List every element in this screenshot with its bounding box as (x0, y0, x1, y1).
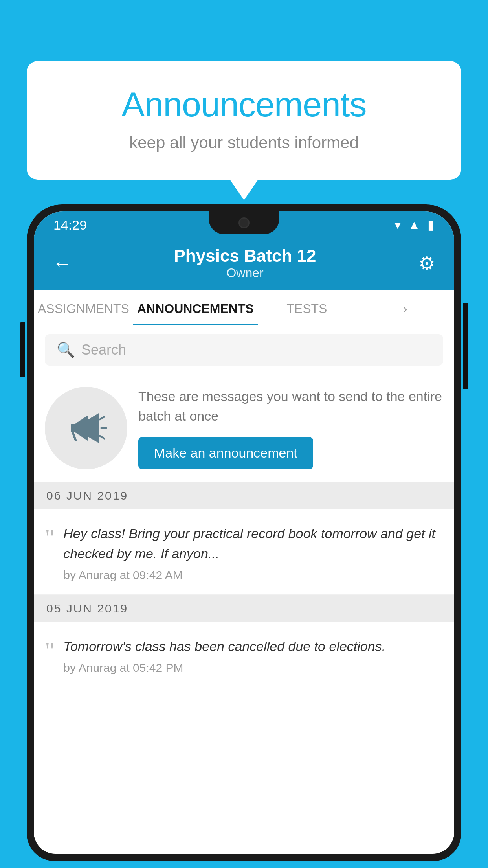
wifi-icon: ▾ (394, 217, 401, 232)
svg-marker-0 (75, 415, 88, 441)
announcement-text-1: Hey class! Bring your practical record b… (63, 524, 443, 564)
back-button[interactable]: ← (53, 252, 72, 274)
phone-inner: 14:29 ▾ ▲ ▮ ← Physics Batch 12 Owner ⚙ (34, 211, 454, 854)
search-container: 🔍 Search (34, 326, 454, 374)
battery-icon: ▮ (427, 217, 435, 232)
svg-line-3 (73, 433, 76, 440)
speech-bubble-subtitle: keep all your students informed (58, 133, 430, 152)
header-subtitle: Owner (72, 266, 418, 280)
make-announcement-button[interactable]: Make an announcement (138, 437, 313, 469)
quote-icon-2: " (45, 638, 55, 662)
settings-icon[interactable]: ⚙ (418, 252, 435, 274)
speech-bubble-section: Announcements keep all your students inf… (27, 61, 461, 180)
announcement-content-2: Tomorrow's class has been cancelled due … (63, 636, 443, 675)
megaphone-circle (45, 387, 127, 469)
tab-assignments[interactable]: ASSIGNMENTS (34, 290, 133, 325)
svg-rect-1 (71, 424, 76, 432)
promo-right: These are messages you want to send to t… (138, 387, 443, 469)
signal-icon: ▲ (408, 218, 420, 232)
phone-outer: 14:29 ▾ ▲ ▮ ← Physics Batch 12 Owner ⚙ (27, 204, 461, 861)
search-icon: 🔍 (57, 341, 75, 359)
date-divider-2: 05 JUN 2019 (34, 595, 454, 622)
svg-line-6 (100, 436, 104, 439)
announcement-text-2: Tomorrow's class has been cancelled due … (63, 636, 443, 657)
announcement-promo: These are messages you want to send to t… (34, 374, 454, 482)
svg-line-4 (100, 417, 104, 419)
tab-tests[interactable]: TESTS (258, 290, 356, 325)
header-title: Physics Batch 12 (72, 246, 418, 266)
status-time: 14:29 (53, 217, 87, 233)
speech-bubble: Announcements keep all your students inf… (27, 61, 461, 180)
announcement-item-1[interactable]: " Hey class! Bring your practical record… (34, 509, 454, 595)
tab-announcements[interactable]: ANNOUNCEMENTS (133, 290, 258, 325)
speech-bubble-title: Announcements (58, 85, 430, 125)
quote-icon-1: " (45, 525, 55, 550)
announcement-meta-2: by Anurag at 05:42 PM (63, 661, 443, 675)
header-title-block: Physics Batch 12 Owner (72, 246, 418, 280)
promo-description: These are messages you want to send to t… (138, 387, 443, 426)
status-icons: ▾ ▲ ▮ (394, 217, 435, 232)
megaphone-icon (64, 406, 108, 450)
announcement-content-1: Hey class! Bring your practical record b… (63, 524, 443, 582)
announcement-item-2[interactable]: " Tomorrow's class has been cancelled du… (34, 622, 454, 706)
front-camera (238, 217, 250, 228)
search-placeholder: Search (81, 342, 126, 358)
announcement-meta-1: by Anurag at 09:42 AM (63, 568, 443, 582)
phone-mockup: 14:29 ▾ ▲ ▮ ← Physics Batch 12 Owner ⚙ (27, 204, 461, 868)
tab-more[interactable]: › (356, 290, 454, 325)
date-divider-1: 06 JUN 2019 (34, 482, 454, 509)
search-box[interactable]: 🔍 Search (45, 334, 443, 366)
phone-notch (209, 211, 279, 234)
tabs-container: ASSIGNMENTS ANNOUNCEMENTS TESTS › (34, 290, 454, 326)
svg-marker-2 (88, 413, 99, 443)
app-header: ← Physics Batch 12 Owner ⚙ (34, 238, 454, 290)
